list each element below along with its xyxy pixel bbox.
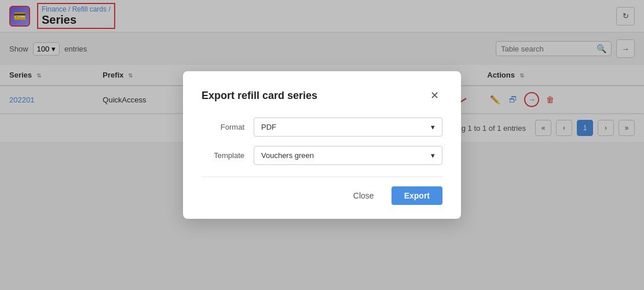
modal-title: Export refill card series: [202, 90, 317, 102]
modal-divider: [202, 177, 442, 177]
modal-close-button[interactable]: ✕: [426, 87, 442, 104]
modal: Export refill card series ✕ Format PDF ▾…: [183, 71, 461, 219]
format-field: Format PDF ▾: [202, 118, 442, 137]
format-value: PDF: [261, 123, 276, 131]
format-select[interactable]: PDF ▾: [254, 118, 442, 137]
modal-footer: Close Export: [202, 186, 442, 205]
format-label: Format: [202, 123, 254, 131]
template-select[interactable]: Vouchers green ▾: [254, 146, 442, 165]
modal-overlay: Export refill card series ✕ Format PDF ▾…: [0, 0, 644, 290]
template-chevron-icon: ▾: [431, 151, 435, 160]
close-button[interactable]: Close: [342, 186, 386, 205]
template-label: Template: [202, 151, 254, 160]
format-chevron-icon: ▾: [431, 123, 435, 131]
main-container: 💳 Finance / Refill cards / Series ↻ Show…: [0, 0, 644, 290]
template-value: Vouchers green: [261, 151, 314, 160]
modal-header: Export refill card series ✕: [202, 87, 442, 104]
export-button[interactable]: Export: [391, 186, 442, 205]
template-field: Template Vouchers green ▾: [202, 146, 442, 165]
